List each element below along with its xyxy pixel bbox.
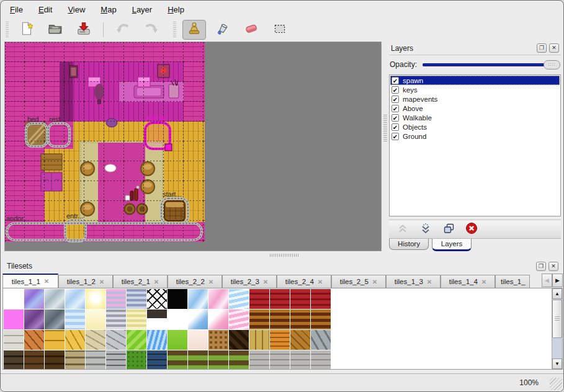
close-tab-icon[interactable]: ✕ <box>154 278 159 285</box>
scrollbar-thumb[interactable] <box>552 300 562 338</box>
duplicate-layer-button[interactable] <box>442 222 455 236</box>
close-tab-icon[interactable]: ✕ <box>44 278 49 285</box>
tileset-tile[interactable] <box>147 310 167 329</box>
close-tab-icon[interactable]: ✕ <box>263 278 268 285</box>
tileset-tile[interactable] <box>127 310 146 329</box>
tileset-tile[interactable] <box>65 350 85 370</box>
tileset-tile[interactable] <box>290 350 310 370</box>
tileset-tab-tiles_2_5[interactable]: tiles_2_5✕ <box>331 275 386 288</box>
redo-button[interactable] <box>140 20 163 40</box>
stamp-brush-button[interactable] <box>182 20 206 40</box>
close-tab-icon[interactable]: ✕ <box>427 278 432 285</box>
tileset-tile[interactable] <box>147 330 167 350</box>
tab-history[interactable]: History <box>389 239 429 250</box>
layer-row-ground[interactable]: ✔ Ground <box>390 131 560 141</box>
tools-toolbar-drag-handle[interactable] <box>172 22 177 38</box>
menu-edit[interactable]: Edit <box>38 5 52 14</box>
tileset-tile[interactable] <box>4 350 24 370</box>
eraser-button[interactable] <box>239 20 263 40</box>
tileset-tile[interactable] <box>229 310 249 329</box>
undo-button[interactable] <box>111 20 135 40</box>
tileset-tile[interactable] <box>86 350 105 370</box>
tileset-tab-tiles_2_3[interactable]: tiles_2_3✕ <box>222 275 277 288</box>
tileset-tab-tiles_2_1[interactable]: tiles_2_1✕ <box>113 275 168 288</box>
tileset-tile[interactable] <box>106 310 126 329</box>
tileset-tile[interactable] <box>168 289 187 309</box>
tileset-tile[interactable] <box>208 330 228 350</box>
tileset-tile[interactable] <box>106 350 126 370</box>
tileset-tile[interactable] <box>24 350 44 370</box>
layer-row-keys[interactable]: ✔ keys <box>390 85 560 94</box>
tileset-tile[interactable] <box>188 310 208 329</box>
layer-visibility-checkbox[interactable]: ✔ <box>392 105 399 112</box>
layer-visibility-checkbox[interactable]: ✔ <box>392 96 399 103</box>
tileset-scrollbar[interactable]: ▲ ▼ <box>552 288 562 369</box>
scroll-tabs-right-button[interactable]: ▶ <box>552 274 563 287</box>
menu-help[interactable]: Help <box>168 5 184 14</box>
tileset-tile[interactable] <box>311 289 331 309</box>
tileset-tile[interactable] <box>208 310 228 329</box>
tileset-tile[interactable] <box>188 330 208 350</box>
layer-row-mapevents[interactable]: ✔ mapevents <box>390 94 560 104</box>
close-tab-icon[interactable]: ✕ <box>481 278 486 285</box>
tileset-tile[interactable] <box>188 289 208 309</box>
tileset-tile[interactable] <box>86 310 105 329</box>
tileset-tile[interactable] <box>249 350 269 370</box>
tab-layers[interactable]: Layers <box>432 239 472 251</box>
tileset-tile[interactable] <box>65 310 85 329</box>
scroll-up-button[interactable]: ▲ <box>552 288 562 299</box>
tileset-tab-tiles_1_1[interactable]: tiles_1_1✕ <box>2 274 58 288</box>
tileset-tile[interactable] <box>127 289 146 309</box>
tileset-tile[interactable] <box>229 330 249 350</box>
object-mikhail-selected[interactable] <box>145 123 172 151</box>
tileset-tile[interactable] <box>168 330 187 350</box>
tileset-tile[interactable] <box>65 330 85 350</box>
tileset-tile[interactable] <box>45 310 65 329</box>
lower-layer-button[interactable] <box>419 222 432 236</box>
layer-visibility-checkbox[interactable]: ✔ <box>392 77 399 84</box>
layer-visibility-checkbox[interactable]: ✔ <box>392 123 399 131</box>
tileset-tile[interactable] <box>208 350 228 370</box>
tileset-tile[interactable] <box>127 330 146 350</box>
map-tilesets-splitter[interactable] <box>1 251 563 259</box>
close-panel-button[interactable]: ✕ <box>549 43 559 53</box>
delete-layer-button[interactable] <box>465 222 478 236</box>
toolbar-drag-handle[interactable] <box>4 22 10 38</box>
tileset-tile[interactable] <box>4 289 24 309</box>
tileset-tile[interactable] <box>270 310 290 329</box>
tileset-tile[interactable] <box>106 330 126 350</box>
menu-view[interactable]: View <box>68 5 85 14</box>
tileset-tile[interactable] <box>4 310 24 329</box>
close-tab-icon[interactable]: ✕ <box>99 278 104 285</box>
tileset-tile[interactable] <box>147 289 167 309</box>
tileset-tile[interactable] <box>24 330 44 350</box>
tileset-tile[interactable] <box>86 289 105 309</box>
tileset-tile[interactable] <box>45 289 65 309</box>
tileset-tile[interactable] <box>65 289 85 309</box>
scroll-down-button[interactable]: ▼ <box>552 359 562 369</box>
tileset-tile[interactable] <box>208 289 228 309</box>
layer-visibility-checkbox[interactable]: ✔ <box>392 114 399 122</box>
tileset-tile[interactable] <box>127 350 146 370</box>
tileset-tile[interactable] <box>270 350 290 370</box>
tileset-tab-truncated[interactable]: tiles_1_ <box>495 275 530 288</box>
object-resize-handle[interactable] <box>165 144 172 151</box>
save-map-button[interactable] <box>72 20 96 40</box>
rectangular-select-button[interactable] <box>268 20 292 40</box>
tileset-tile[interactable] <box>311 350 331 370</box>
window-resize-grip[interactable] <box>550 378 562 390</box>
tileset-tile[interactable] <box>45 330 65 350</box>
tileset-tile[interactable] <box>168 310 187 329</box>
new-map-button[interactable] <box>15 20 38 40</box>
layer-row-spawn[interactable]: ✔ spawn <box>390 76 560 85</box>
tileset-tile[interactable] <box>147 350 167 370</box>
tileset-tile[interactable] <box>86 330 105 350</box>
tileset-tile[interactable] <box>249 289 269 309</box>
tileset-tile[interactable] <box>249 310 269 329</box>
tileset-tab-tiles_1_4[interactable]: tiles_1_4✕ <box>441 275 495 288</box>
open-map-button[interactable] <box>43 20 67 40</box>
menu-map[interactable]: Map <box>101 5 116 14</box>
tileset-tab-tiles_2_2[interactable]: tiles_2_2✕ <box>168 275 222 288</box>
close-tab-icon[interactable]: ✕ <box>208 278 213 285</box>
tileset-tile[interactable] <box>249 330 269 350</box>
